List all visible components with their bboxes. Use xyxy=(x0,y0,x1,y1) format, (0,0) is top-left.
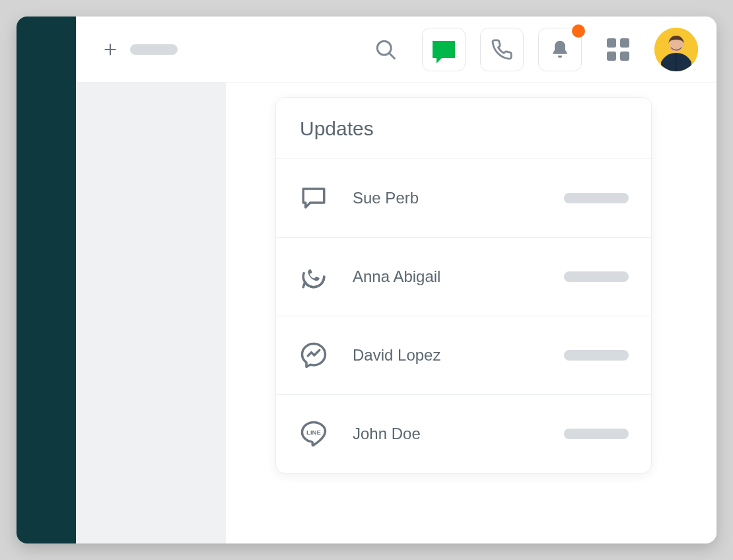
topbar-label-placeholder xyxy=(130,44,178,55)
chat-button[interactable] xyxy=(422,28,466,71)
topbar xyxy=(76,17,716,83)
update-row[interactable]: Sue Perb xyxy=(276,159,651,238)
notifications-button[interactable] xyxy=(538,28,582,71)
secondary-panel xyxy=(76,83,226,543)
update-name: Anna Abigail xyxy=(353,267,440,286)
phone-icon xyxy=(491,38,513,61)
phone-button[interactable] xyxy=(480,28,524,71)
apps-icon xyxy=(607,38,629,61)
message-icon xyxy=(298,183,329,213)
bell-icon xyxy=(549,39,571,60)
messenger-icon xyxy=(298,340,329,370)
plus-icon xyxy=(102,41,119,58)
update-row[interactable]: LINE John Doe xyxy=(276,395,651,473)
update-row[interactable]: David Lopez xyxy=(276,316,651,395)
sidebar-rail xyxy=(17,17,76,543)
search-icon xyxy=(374,38,398,61)
whatsapp-icon xyxy=(298,262,329,292)
profile-avatar[interactable] xyxy=(654,28,698,71)
chat-icon xyxy=(433,41,455,58)
apps-button[interactable] xyxy=(596,28,640,71)
updates-title: Updates xyxy=(300,118,627,140)
update-name: John Doe xyxy=(353,425,421,443)
update-meta-placeholder xyxy=(564,350,629,361)
search-button[interactable] xyxy=(364,28,407,71)
svg-text:LINE: LINE xyxy=(306,429,321,436)
svg-line-3 xyxy=(389,53,394,58)
update-meta-placeholder xyxy=(564,271,629,282)
updates-card: Updates Sue Perb Anna xyxy=(275,97,652,473)
update-meta-placeholder xyxy=(564,429,629,439)
update-name: Sue Perb xyxy=(353,189,419,207)
update-name: David Lopez xyxy=(353,346,440,365)
line-icon: LINE xyxy=(298,419,329,449)
app-window: Updates Sue Perb Anna xyxy=(17,17,716,543)
update-row[interactable]: Anna Abigail xyxy=(276,238,651,316)
avatar-image xyxy=(654,28,698,71)
notification-badge xyxy=(572,24,585,38)
add-button[interactable] xyxy=(94,34,126,65)
updates-header: Updates xyxy=(276,98,651,159)
update-meta-placeholder xyxy=(564,193,629,203)
